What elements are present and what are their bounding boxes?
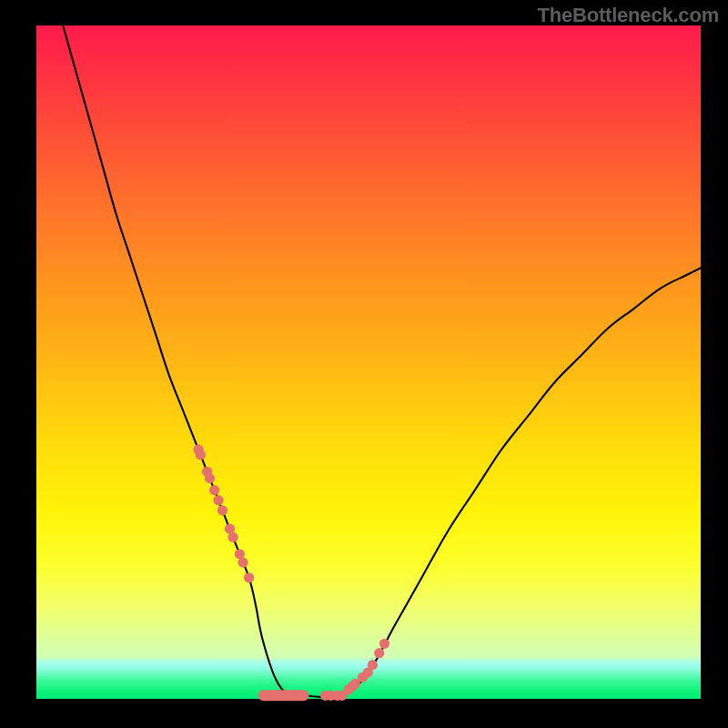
chart-frame: TheBottleneck.com <box>0 0 728 728</box>
marker-left-1 <box>196 450 206 460</box>
marker-left-3 <box>205 473 215 483</box>
marker-left-4 <box>209 485 219 495</box>
marker-right-9 <box>368 660 378 670</box>
marker-left-10 <box>238 558 248 568</box>
marker-right-11 <box>379 639 389 649</box>
chart-svg <box>36 25 701 699</box>
plot-area <box>36 25 701 699</box>
watermark-text: TheBottleneck.com <box>537 4 719 27</box>
marker-group <box>194 445 390 701</box>
marker-left-11 <box>244 572 254 582</box>
marker-left-6 <box>217 505 228 515</box>
marker-left-5 <box>213 495 223 505</box>
bottleneck-curve <box>63 25 701 697</box>
marker-right-10 <box>374 648 384 658</box>
marker-left-8 <box>228 532 238 542</box>
